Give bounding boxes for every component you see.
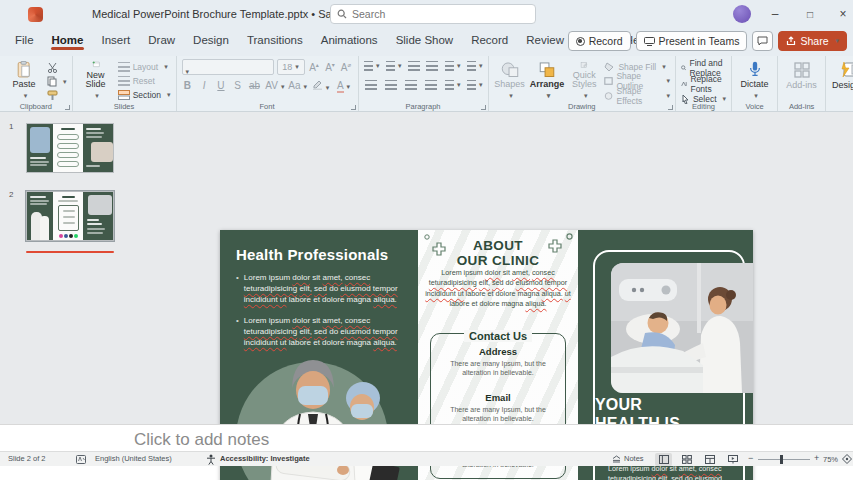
- align-right-button[interactable]: [404, 78, 418, 92]
- slide-indicator[interactable]: Slide 2 of 2: [8, 454, 46, 463]
- accessibility-status[interactable]: Accessibility: Investigate: [220, 454, 310, 463]
- grow-font-button[interactable]: A▴: [308, 61, 321, 73]
- tab-transitions[interactable]: Transitions: [238, 28, 312, 51]
- account-avatar[interactable]: [733, 5, 751, 23]
- tab-design[interactable]: Design: [184, 28, 238, 51]
- close-button[interactable]: ×: [833, 4, 853, 24]
- align-left-button[interactable]: [364, 78, 378, 92]
- arrange-button[interactable]: Arrange: [530, 59, 565, 100]
- ribbon: Paste Clipboard New Slide Layout Reset S…: [0, 56, 853, 112]
- text-direction-button[interactable]: [467, 59, 483, 73]
- layout-button[interactable]: Layout: [118, 62, 171, 73]
- record-quick-button[interactable]: Record: [568, 31, 631, 51]
- thumbnail-progress-line: [26, 251, 114, 253]
- copy-button[interactable]: [47, 76, 67, 87]
- slide-1-thumbnail[interactable]: [26, 123, 114, 173]
- increase-indent-button[interactable]: [426, 59, 439, 73]
- designer-button[interactable]: Designer: [831, 59, 853, 100]
- document-title[interactable]: Medical PowerPoint Brochure Template.ppt…: [92, 8, 356, 20]
- bold-button[interactable]: B: [182, 80, 194, 91]
- tab-insert[interactable]: Insert: [92, 28, 139, 51]
- reset-button[interactable]: Reset: [118, 76, 171, 87]
- shape-effects-button[interactable]: Shape Effects: [604, 90, 670, 102]
- voice-group: Dictate Voice: [732, 56, 778, 111]
- addins-button[interactable]: Add-ins: [783, 59, 820, 100]
- fit-to-window-icon[interactable]: [842, 454, 852, 464]
- tab-file[interactable]: File: [6, 28, 43, 51]
- powerpoint-app-icon[interactable]: [28, 7, 43, 22]
- zoom-slider-track[interactable]: [758, 459, 810, 461]
- line-spacing-button[interactable]: [445, 59, 461, 73]
- layout-icon: [118, 62, 130, 72]
- clipboard-dialog-launcher[interactable]: [65, 105, 70, 110]
- bullets-button[interactable]: [364, 59, 380, 73]
- ribbon-tabs: FileHomeInsertDrawDesignTransitionsAnima…: [6, 28, 657, 51]
- highlighter-icon: [312, 79, 323, 90]
- tab-slide-show[interactable]: Slide Show: [387, 28, 463, 51]
- zoom-in-button[interactable]: +: [814, 453, 819, 463]
- cut-button[interactable]: [47, 62, 67, 73]
- new-slide-button[interactable]: New Slide: [78, 59, 114, 100]
- character-spacing-button[interactable]: AV: [265, 80, 283, 91]
- quick-styles-button[interactable]: QuickStyles: [568, 59, 600, 100]
- language-indicator[interactable]: English (United States): [95, 454, 172, 463]
- strikethrough-button[interactable]: ab: [249, 80, 261, 91]
- shapes-button[interactable]: Shapes: [494, 59, 526, 100]
- zoom-out-button[interactable]: −: [748, 453, 753, 463]
- text-shadow-button[interactable]: S: [232, 80, 244, 91]
- tab-record[interactable]: Record: [462, 28, 517, 51]
- slide-sorter-icon: [682, 455, 692, 464]
- align-center-icon: [385, 80, 397, 90]
- share-button[interactable]: Share: [778, 31, 847, 51]
- columns-button[interactable]: [445, 78, 461, 92]
- dictate-button[interactable]: Dictate: [737, 59, 772, 100]
- present-in-teams-button[interactable]: Present in Teams: [636, 31, 748, 51]
- arrange-icon: [538, 61, 556, 78]
- slideshow-view-button[interactable]: [724, 453, 741, 466]
- comments-button[interactable]: [752, 31, 773, 51]
- tab-draw[interactable]: Draw: [139, 28, 184, 51]
- restore-button[interactable]: □: [800, 4, 820, 24]
- dictate-microphone-icon: [748, 61, 762, 78]
- search-input[interactable]: [352, 8, 512, 20]
- reading-view-button[interactable]: [701, 453, 718, 466]
- tab-review[interactable]: Review: [517, 28, 573, 51]
- font-name-combobox[interactable]: [182, 59, 274, 75]
- tab-animations[interactable]: Animations: [312, 28, 387, 51]
- notes-pane[interactable]: Click to add notes: [0, 424, 853, 451]
- underline-button[interactable]: U: [215, 80, 227, 91]
- shrink-font-button[interactable]: A▾: [324, 61, 337, 73]
- section-button[interactable]: Section: [118, 89, 171, 100]
- normal-view-button[interactable]: [655, 453, 672, 466]
- highlight-color-button[interactable]: [311, 79, 329, 92]
- smartart-button[interactable]: [467, 78, 483, 92]
- font-size-combobox[interactable]: 18: [277, 59, 305, 75]
- spellcheck-icon[interactable]: [76, 455, 86, 464]
- font-color-button[interactable]: A: [334, 80, 352, 91]
- replace-fonts-button[interactable]: Replace Fonts: [681, 78, 726, 90]
- slide-sorter-view-button[interactable]: [678, 453, 695, 466]
- justify-button[interactable]: [424, 78, 438, 92]
- align-center-button[interactable]: [384, 78, 398, 92]
- tab-home[interactable]: Home: [43, 28, 93, 51]
- record-icon: [576, 37, 585, 46]
- font-dialog-launcher[interactable]: [351, 105, 356, 110]
- middle-panel-body: Lorem ipsum dolor sit amet, consec tetur…: [425, 268, 571, 310]
- find-replace-button[interactable]: Find and Replace: [681, 62, 726, 74]
- italic-button[interactable]: I: [198, 80, 210, 91]
- minimize-button[interactable]: –: [765, 4, 785, 24]
- zoom-level[interactable]: 75%: [823, 455, 838, 464]
- numbering-button[interactable]: [386, 59, 402, 73]
- paragraph-dialog-launcher[interactable]: [481, 105, 486, 110]
- decrease-indent-button[interactable]: [408, 59, 421, 73]
- clear-formatting-button[interactable]: A⌀: [340, 61, 353, 73]
- drawing-dialog-launcher[interactable]: [668, 105, 673, 110]
- slide-2-thumbnail[interactable]: [26, 191, 114, 241]
- zoom-slider-thumb[interactable]: [780, 455, 783, 464]
- paste-button[interactable]: Paste: [5, 59, 43, 100]
- search-box[interactable]: [330, 4, 536, 24]
- change-case-button[interactable]: Aa: [288, 80, 306, 91]
- notes-toggle-button[interactable]: Notes: [612, 454, 644, 463]
- notes-placeholder[interactable]: Click to add notes: [134, 430, 853, 450]
- format-painter-button[interactable]: [47, 90, 67, 101]
